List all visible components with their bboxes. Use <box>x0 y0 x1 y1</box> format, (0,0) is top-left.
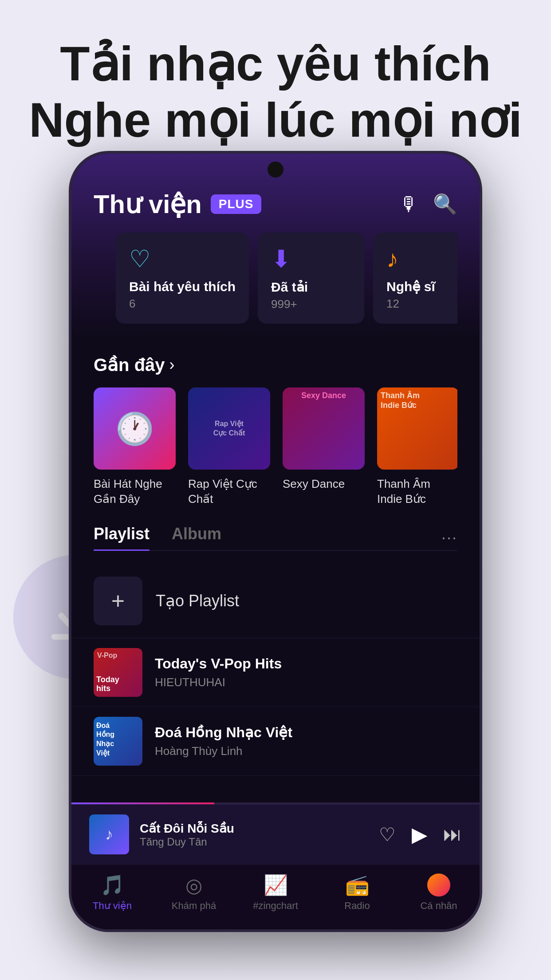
profile-avatar <box>427 873 450 897</box>
download-icon: ⬇ <box>271 245 351 273</box>
vpop-author: HIEUTHUHAI <box>155 676 457 689</box>
playlist-item-vpop[interactable]: V-Pop Todayhits Today's V-Pop Hits HIEUT… <box>71 638 480 707</box>
recent-thumb-2: Rap ViệtCực Chất <box>188 387 270 470</box>
vpop-label-top: V-Pop <box>97 652 117 660</box>
downloaded-card[interactable]: ⬇ Đã tải 999+ <box>258 233 364 324</box>
recent-label-2: Rap Việt CựcChất <box>188 477 270 507</box>
now-playing-album-icon: ♪ <box>105 825 113 844</box>
nav-explore[interactable]: ◎ Khám phá <box>167 874 220 912</box>
doa-author: Hoàng Thùy Linh <box>155 744 457 758</box>
vpop-name: Today's V-Pop Hits <box>155 656 457 672</box>
like-button[interactable]: ♡ <box>379 824 396 846</box>
tab-row: Playlist Album ··· <box>94 525 457 551</box>
section-header: Gần đây › <box>94 355 457 375</box>
progress-bar[interactable] <box>71 802 480 804</box>
recent-thumb-1: 🕐 <box>94 387 176 470</box>
zingchart-label: #zingchart <box>253 900 298 912</box>
header-title-group: Thư viện PLUS <box>94 189 261 219</box>
create-playlist-row[interactable]: + Tạo Playlist <box>71 564 480 638</box>
clock-icon: 🕐 <box>115 411 154 447</box>
camera-notch <box>268 162 283 178</box>
tab-playlist[interactable]: Playlist <box>94 525 150 550</box>
tab-album[interactable]: Album <box>172 525 221 550</box>
recent-item-4[interactable]: Thanh ÂmIndie Bức Thanh ÂmIndie Bức <box>377 387 457 507</box>
downloaded-count: 999+ <box>271 297 351 311</box>
recent-arrow[interactable]: › <box>169 356 175 374</box>
now-playing-title: Cất Đôi Nỗi Sầu <box>140 821 368 836</box>
vpop-label-main: Todayhits <box>96 676 140 693</box>
artists-title: Nghệ sĩ <box>386 279 457 294</box>
radio-icon: 📻 <box>345 873 370 897</box>
hero-line2: Nghe mọi lúc mọi nơi <box>0 92 551 148</box>
nav-zingchart[interactable]: 📈 #zingchart <box>249 873 302 912</box>
doa-label-main: ĐoáHồngNhạcViệt <box>96 721 140 758</box>
favorites-title: Bài hát yêu thích <box>129 279 236 294</box>
favorites-count: 6 <box>129 297 236 311</box>
bottom-nav: 🎵 Thư viện ◎ Khám phá 📈 #zingchart 📻 Rad… <box>71 864 480 929</box>
favorites-card[interactable]: ♡ Bài hát yêu thích 6 <box>116 233 249 324</box>
now-playing-thumb: ♪ <box>89 814 129 854</box>
spacer <box>71 776 480 802</box>
artists-card[interactable]: ♪ Nghệ sĩ 12 <box>373 233 457 324</box>
recent-items-row: 🕐 Bài Hát NgheGần Đây Rap ViệtCực Chất R… <box>94 387 457 507</box>
nav-profile[interactable]: Cá nhân <box>412 873 465 912</box>
tabs: Playlist Album <box>94 525 221 550</box>
thumb4-overlay: Thanh ÂmIndie Bức <box>381 391 456 410</box>
vpop-info: Today's V-Pop Hits HIEUTHUHAI <box>155 656 457 689</box>
phone-screen: Thư viện PLUS 🎙 🔍 ♡ Bài hát yêu thích 6 <box>71 154 480 929</box>
hero-line1: Tải nhạc yêu thích <box>0 36 551 92</box>
vpop-thumb: V-Pop Todayhits <box>94 648 142 697</box>
create-playlist-label: Tạo Playlist <box>156 592 239 610</box>
library-label: Thư viện <box>93 900 132 912</box>
artist-icon: ♪ <box>386 245 457 273</box>
create-playlist-icon: + <box>94 577 142 625</box>
header-icons: 🎙 🔍 <box>399 193 457 216</box>
screen-header: Thư viện PLUS 🎙 🔍 ♡ Bài hát yêu thích 6 <box>71 154 480 337</box>
playlist-item-doa[interactable]: ĐoáHồngNhạcViệt Đoá Hồng Nhạc Việt Hoàng… <box>71 707 480 776</box>
profile-label: Cá nhân <box>420 900 457 912</box>
microphone-icon[interactable]: 🎙 <box>399 193 419 215</box>
doa-name: Đoá Hồng Nhạc Việt <box>155 724 457 741</box>
downloaded-title: Đã tải <box>271 279 351 295</box>
zingchart-icon: 📈 <box>264 873 288 897</box>
recent-item-3[interactable]: Sexy Dance Sexy Dance <box>283 387 365 507</box>
recent-label-3: Sexy Dance <box>283 477 365 492</box>
nav-radio[interactable]: 📻 Radio <box>331 873 384 912</box>
recent-thumb-4: Thanh ÂmIndie Bức <box>377 387 457 470</box>
doa-info: Đoá Hồng Nhạc Việt Hoàng Thùy Linh <box>155 724 457 758</box>
recent-item-1[interactable]: 🕐 Bài Hát NgheGần Đây <box>94 387 176 507</box>
next-button[interactable]: ⏭ <box>443 824 462 845</box>
library-icon: 🎵 <box>100 873 125 897</box>
artists-count: 12 <box>386 297 457 311</box>
plus-badge[interactable]: PLUS <box>211 194 262 214</box>
explore-label: Khám phá <box>172 900 216 912</box>
progress-bar-fill <box>71 802 214 804</box>
heart-icon: ♡ <box>129 245 236 273</box>
header-row: Thư viện PLUS 🎙 🔍 <box>94 189 457 219</box>
radio-label: Radio <box>344 900 370 912</box>
recent-section: Gần đây › 🕐 Bài Hát NgheGần Đây <box>71 337 480 507</box>
phone-shell: Thư viện PLUS 🎙 🔍 ♡ Bài hát yêu thích 6 <box>69 151 482 932</box>
now-playing-artist: Tăng Duy Tân <box>140 836 368 848</box>
play-button[interactable]: ▶ <box>412 822 427 846</box>
recent-thumb-3: Sexy Dance <box>283 387 365 470</box>
recent-title: Gần đây <box>94 355 165 375</box>
recent-item-2[interactable]: Rap ViệtCực Chất Rap Việt CựcChất <box>188 387 270 507</box>
search-icon[interactable]: 🔍 <box>433 193 457 216</box>
quick-cards: ♡ Bài hát yêu thích 6 ⬇ Đã tải 999+ ♪ Ng… <box>94 233 457 324</box>
tab-more-button[interactable]: ··· <box>441 528 457 547</box>
now-playing-controls: ♡ ▶ ⏭ <box>379 822 462 846</box>
screen-content: Gần đây › 🕐 Bài Hát NgheGần Đây <box>71 337 480 929</box>
phone-device: Thư viện PLUS 🎙 🔍 ♡ Bài hát yêu thích 6 <box>69 151 482 932</box>
now-playing-info: Cất Đôi Nỗi Sầu Tăng Duy Tân <box>140 821 368 848</box>
app-title: Thư viện <box>94 189 202 219</box>
hero-section: Tải nhạc yêu thích Nghe mọi lúc mọi nơi <box>0 0 551 174</box>
recent-label-4: Thanh ÂmIndie Bức <box>377 477 457 507</box>
nav-library[interactable]: 🎵 Thư viện <box>86 873 139 912</box>
explore-icon: ◎ <box>185 874 202 897</box>
doa-thumb: ĐoáHồngNhạcViệt <box>94 717 142 766</box>
tab-section: Playlist Album ··· <box>71 507 480 564</box>
recent-label-1: Bài Hát NgheGần Đây <box>94 477 176 507</box>
now-playing-bar[interactable]: ♪ Cất Đôi Nỗi Sầu Tăng Duy Tân ♡ ▶ ⏭ <box>71 804 480 864</box>
